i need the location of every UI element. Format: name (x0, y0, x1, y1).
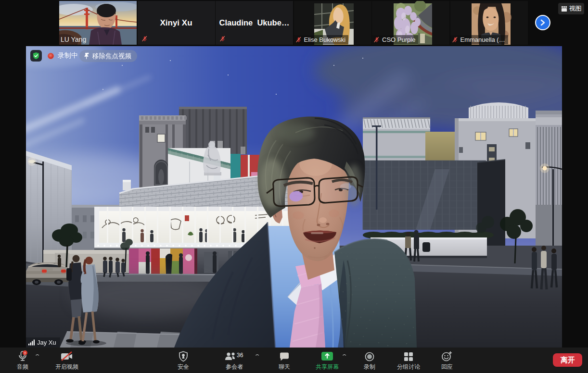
svg-text:!: ! (25, 351, 26, 355)
svg-text:36: 36 (237, 352, 243, 359)
